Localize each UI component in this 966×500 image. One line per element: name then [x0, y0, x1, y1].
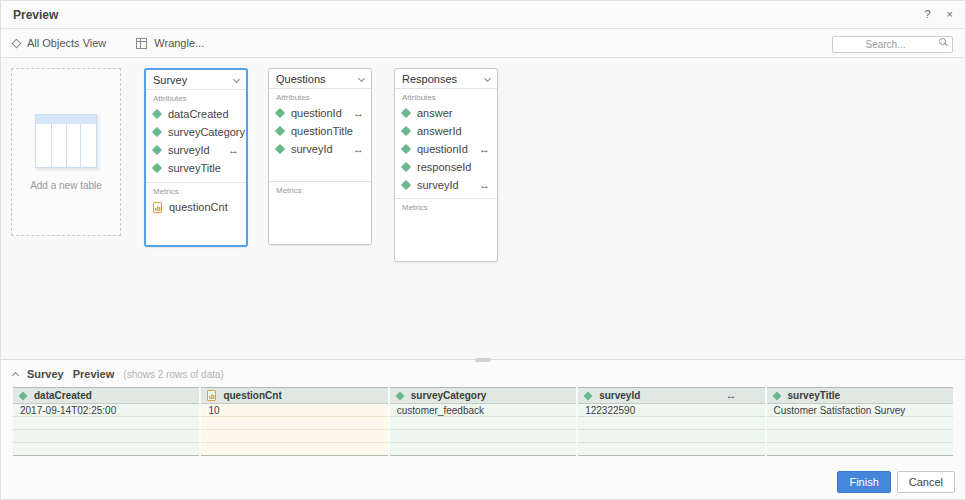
attribute-diamond-icon: [584, 391, 593, 400]
table-card-title: Responses: [402, 73, 457, 85]
wrangle-button[interactable]: Wrangle...: [136, 37, 204, 49]
table-cell: 122322590: [578, 404, 764, 417]
column-header-label: surveyId: [599, 390, 640, 401]
table-cell: [767, 417, 953, 430]
close-icon[interactable]: ×: [947, 9, 953, 20]
column-header-surveyId[interactable]: surveyId↔: [578, 387, 764, 404]
link-icon: ↔: [479, 144, 490, 155]
chevron-down-icon[interactable]: [484, 74, 491, 81]
field-item[interactable]: surveyId ↔: [153, 141, 239, 159]
field-label: surveyId: [291, 143, 333, 155]
attribute-diamond-icon: [275, 126, 285, 136]
field-item[interactable]: responseId: [402, 158, 490, 176]
table-card-title: Questions: [276, 73, 326, 85]
field-item[interactable]: surveyId ↔: [276, 140, 364, 158]
field-item[interactable]: questionTitle: [276, 122, 364, 140]
column-header-surveyCategory[interactable]: surveyCategory: [390, 387, 576, 404]
table-cell: [13, 430, 199, 443]
field-item[interactable]: surveyTitle: [153, 159, 239, 177]
cancel-button[interactable]: Cancel: [897, 471, 955, 493]
link-icon: ↔: [353, 108, 364, 119]
help-icon[interactable]: ?: [924, 9, 930, 20]
field-item[interactable]: surveyId ↔: [402, 176, 490, 194]
field-label: questionId: [417, 143, 468, 155]
table-card-header[interactable]: Survey: [146, 70, 246, 90]
table-card[interactable]: Responses Attributes answer answerId que…: [394, 68, 498, 262]
attributes-section: Attributes answer answerId questionId ↔ …: [395, 89, 497, 198]
chevron-down-icon[interactable]: [233, 75, 240, 82]
preview-header-row: dataCreatedquestionCntsurveyCategorysurv…: [13, 387, 953, 404]
attribute-diamond-icon: [152, 109, 162, 119]
metrics-label: Metrics: [153, 187, 239, 196]
field-label: surveyCategory: [168, 126, 245, 138]
field-label: answer: [417, 107, 452, 119]
field-item[interactable]: questionId ↔: [276, 104, 364, 122]
table-cell: [13, 417, 199, 430]
table-cell: [767, 430, 953, 443]
field-item[interactable]: dataCreated: [153, 105, 239, 123]
diamond-outline-icon: [12, 38, 22, 48]
column-header-questionCnt[interactable]: questionCnt: [201, 387, 387, 404]
panel-resize-handle[interactable]: [475, 358, 491, 362]
attribute-diamond-icon: [152, 145, 162, 155]
table-card-header[interactable]: Responses: [395, 69, 497, 89]
table-card[interactable]: Survey Attributes dataCreated surveyCate…: [144, 68, 248, 247]
field-item[interactable]: answerId: [402, 122, 490, 140]
column-header-dataCreated[interactable]: dataCreated: [13, 387, 199, 404]
all-objects-view-button[interactable]: All Objects View: [13, 37, 106, 49]
attribute-diamond-icon: [152, 163, 162, 173]
table-card[interactable]: Questions Attributes questionId ↔ questi…: [268, 68, 372, 245]
table-cell: [390, 443, 576, 456]
link-icon: ↔: [228, 145, 239, 156]
column-header-surveyTitle[interactable]: surveyTitle: [767, 387, 953, 404]
attributes-list: answer answerId questionId ↔ responseId …: [402, 104, 490, 194]
table-cell: [201, 443, 387, 456]
finish-button[interactable]: Finish: [837, 471, 890, 493]
search-box: [832, 34, 953, 53]
column-header-label: surveyCategory: [411, 390, 487, 401]
preview-table: dataCreatedquestionCntsurveyCategorysurv…: [11, 387, 955, 456]
search-icon[interactable]: [939, 38, 946, 45]
table-row: 2017-09-14T02:25:0010customer_feedback12…: [13, 404, 953, 417]
column-header-label: questionCnt: [223, 390, 281, 401]
field-item[interactable]: answer: [402, 104, 490, 122]
chevron-down-icon[interactable]: [358, 74, 365, 81]
table-cell: [578, 443, 764, 456]
add-table-label: Add a new table: [30, 180, 102, 191]
attributes-list: dataCreated surveyCategory surveyId ↔ su…: [153, 105, 239, 177]
field-label: questionCnt: [169, 201, 228, 213]
attributes-label: Attributes: [153, 94, 239, 103]
wrangle-grid-icon: [136, 38, 147, 49]
column-header-label: surveyTitle: [788, 390, 841, 401]
preview-label: Preview: [73, 368, 115, 380]
table-cell: [13, 443, 199, 456]
search-input[interactable]: [832, 36, 953, 53]
wrangle-label: Wrangle...: [154, 37, 204, 49]
link-icon: ↔: [353, 144, 364, 155]
toolbar: All Objects View Wrangle...: [1, 29, 965, 58]
preview-table-head: dataCreatedquestionCntsurveyCategorysurv…: [13, 387, 953, 404]
table-row: [13, 417, 953, 430]
model-canvas: Add a new table Survey Attributes dataCr…: [1, 58, 965, 360]
attribute-diamond-icon: [772, 391, 781, 400]
field-label: dataCreated: [168, 108, 229, 120]
attributes-list: questionId ↔ questionTitle surveyId ↔: [276, 104, 364, 158]
table-glyph-icon: [35, 114, 97, 168]
field-item[interactable]: questionCnt: [153, 198, 239, 216]
add-new-table-box[interactable]: Add a new table: [11, 68, 121, 236]
table-cell: [201, 417, 387, 430]
field-item[interactable]: questionId ↔: [402, 140, 490, 158]
field-label: surveyId: [417, 179, 459, 191]
field-label: answerId: [417, 125, 462, 137]
table-cell: 10: [201, 404, 387, 417]
table-card-header[interactable]: Questions: [269, 69, 371, 89]
table-cell: Customer Satisfaction Survey: [767, 404, 953, 417]
attribute-diamond-icon: [18, 391, 27, 400]
field-label: surveyId: [168, 144, 210, 156]
chevron-up-icon[interactable]: [12, 371, 19, 378]
metric-icon: [153, 202, 162, 213]
field-item[interactable]: surveyCategory: [153, 123, 239, 141]
table-cell: [578, 417, 764, 430]
preview-note: (shows 2 rows of data): [123, 369, 224, 380]
table-cell: [767, 443, 953, 456]
